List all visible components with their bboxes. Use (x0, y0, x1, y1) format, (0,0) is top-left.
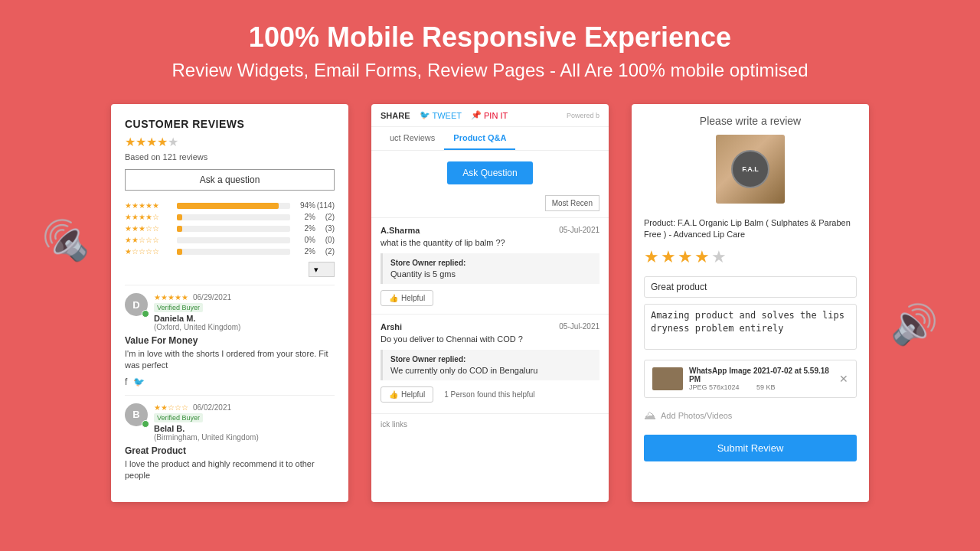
qa-question-2: Do you deliver to Chennai with COD ? (381, 334, 599, 344)
add-photos-label[interactable]: Add Photos/Videos (661, 411, 732, 420)
qa-date-1: 05-Jul-2021 (559, 226, 599, 235)
card2-header: SHARE 🐦 TWEET 📌 PIN IT Powered b (371, 104, 609, 127)
qa-date-2: 05-Jul-2021 (559, 322, 599, 331)
product-image: F.A.L (716, 135, 785, 204)
facebook-icon[interactable]: f (125, 377, 127, 387)
qa-author-1: A.Sharma (381, 226, 420, 235)
qa-question-1: what is the quantity of lip balm ?? (381, 238, 599, 247)
thumbs-up-icon-2: 👍 (389, 390, 398, 399)
add-photo-icon: ⛰ (644, 409, 656, 422)
review-title-1: Value For Money (125, 335, 335, 346)
star-5[interactable]: ★ (711, 247, 727, 267)
rating-row-2: ★★☆☆☆ 0% (0) (125, 236, 335, 244)
reviewer-name-1: Daniela M. (154, 314, 335, 323)
verified-text: Verified Buyer (154, 303, 203, 312)
reviewer-location-1: (Oxford, United Kingdom) (154, 323, 335, 331)
product-name: Product: F.A.L Organic Lip Balm ( Sulpha… (644, 217, 857, 241)
quick-links: ick links (381, 420, 407, 429)
wave-right-icon: 🔊 (890, 302, 938, 347)
tweet-button[interactable]: 🐦 TWEET (420, 110, 462, 120)
page-title: 100% Mobile Responsive Experience (15, 21, 965, 54)
twitter-icon[interactable]: 🐦 (133, 377, 145, 387)
helpful-btn-1[interactable]: 👍 Helpful (381, 290, 433, 306)
review-text-2: I love the product and highly recommend … (125, 458, 335, 482)
page-subtitle: Review Widgets, Email Forms, Review Page… (15, 60, 965, 81)
add-photos-row: ⛰ Add Photos/Videos (644, 404, 857, 427)
file-name: WhatsApp Image 2021-07-02 at 5.59.18 PM (689, 367, 839, 383)
verified-badge (142, 310, 149, 318)
star-3[interactable]: ★ (678, 247, 693, 267)
file-close-button[interactable]: ✕ (839, 373, 848, 385)
pinterest-icon: 📌 (471, 110, 482, 120)
product-qa-card: SHARE 🐦 TWEET 📌 PIN IT Powered b uct Rev… (371, 104, 609, 502)
file-attachment: WhatsApp Image 2021-07-02 at 5.59.18 PM … (644, 360, 857, 398)
review-item-1: D ★★★★★ 06/29/2021 Verified Buyer Daniel… (125, 285, 335, 387)
rating-stars-input[interactable]: ★ ★ ★ ★ ★ (644, 247, 857, 267)
verified-badge-2 (142, 420, 149, 428)
star-1[interactable]: ★ (644, 247, 659, 267)
tab-product-qa[interactable]: Product Q&A (444, 127, 515, 150)
twitter-icon: 🐦 (420, 110, 430, 120)
star-4[interactable]: ★ (694, 247, 710, 267)
verified-text-2: Verified Buyer (154, 413, 203, 422)
qa-item-2: Arshi 05-Jul-2021 Do you deliver to Chen… (371, 314, 609, 410)
qa-reply-2: Store Owner replied: We currently only d… (381, 350, 599, 380)
write-review-card: Please write a review F.A.L Product: F.A… (632, 104, 869, 502)
most-recent-filter[interactable]: Most Recen (545, 195, 599, 211)
customer-reviews-card: CUSTOMER REVIEWS ★★★★★ Based on 121 revi… (111, 104, 348, 502)
rating-row-5: ★★★★★ 94% (114) (125, 201, 335, 210)
helpful-btn-2[interactable]: 👍 Helpful (381, 386, 433, 403)
pin-button[interactable]: 📌 PIN IT (471, 110, 508, 120)
qa-reply-1: Store Owner replied: Quantity is 5 gms (381, 253, 599, 284)
qa-item-1: A.Sharma 05-Jul-2021 what is the quantit… (371, 217, 609, 314)
avatar-d: D (125, 293, 148, 316)
review-title-2: Great Product (125, 445, 335, 456)
qa-reply-author-2: Store Owner replied: (390, 355, 592, 364)
qa-reply-author-1: Store Owner replied: (390, 259, 592, 267)
thumbs-up-icon: 👍 (389, 294, 398, 302)
qa-reply-text-2: We currently only do COD in Bengaluru (390, 366, 592, 375)
share-button[interactable]: SHARE (381, 111, 410, 120)
qa-reply-text-1: Quantity is 5 gms (390, 269, 592, 279)
review-body-input[interactable]: Amazing product and solves the lips dryn… (644, 304, 857, 350)
file-thumbnail (652, 367, 683, 390)
ask-question-btn[interactable]: Ask Question (447, 161, 532, 184)
review-title-input[interactable] (644, 276, 857, 298)
cards-container: CUSTOMER REVIEWS ★★★★★ Based on 121 revi… (0, 104, 980, 502)
card1-title: CUSTOMER REVIEWS (125, 118, 335, 130)
avatar-b: B (125, 403, 148, 426)
review-item-2: B ★★☆☆☆ 06/02/2021 Verified Buyer Belal … (125, 395, 335, 482)
review-text-1: I'm in love with the shorts I ordered fr… (125, 348, 335, 372)
sort-dropdown[interactable]: ▾ (309, 262, 335, 277)
powered-by: Powered b (567, 112, 599, 119)
overall-stars: ★★★★★ (125, 135, 335, 149)
helpful-count-2: 1 Person found this helpful (444, 390, 534, 399)
based-on-text: Based on 121 reviews (125, 152, 335, 161)
product-logo: F.A.L (742, 165, 759, 173)
write-review-title: Please write a review (644, 115, 857, 127)
rating-row-4: ★★★★☆ 2% (2) (125, 213, 335, 221)
rating-row-1: ★☆☆☆☆ 2% (2) (125, 247, 335, 256)
page-header: 100% Mobile Responsive Experience Review… (0, 0, 980, 96)
qa-author-2: Arshi (381, 322, 402, 331)
social-icons-1: f 🐦 (125, 377, 335, 387)
ask-question-button[interactable]: Ask a question (125, 169, 335, 191)
reviewer-location-2: (Birmingham, United Kingdom) (154, 433, 335, 442)
file-meta: JPEG 576x1024 59 KB (689, 383, 839, 391)
reviewer-name-2: Belal B. (154, 424, 335, 433)
star-2[interactable]: ★ (661, 247, 676, 267)
rating-row-3: ★★★☆☆ 2% (3) (125, 224, 335, 233)
card2-tabs: uct Reviews Product Q&A (371, 127, 609, 151)
tab-product-reviews[interactable]: uct Reviews (381, 127, 444, 150)
submit-review-button[interactable]: Submit Review (644, 435, 857, 461)
wave-left-icon: 🔊 (42, 218, 90, 262)
